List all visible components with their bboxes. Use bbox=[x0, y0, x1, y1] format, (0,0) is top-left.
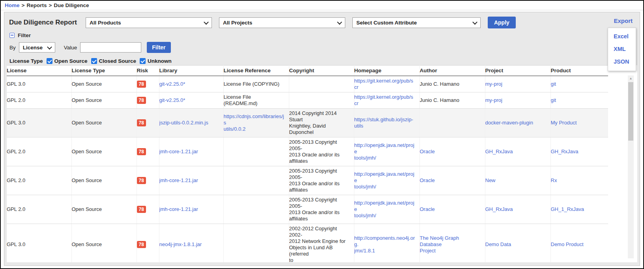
library-link[interactable]: git-v2.25.0* bbox=[159, 97, 185, 103]
library-link[interactable]: jmh-core-1.21.jar bbox=[159, 177, 198, 183]
breadcrumb-home-link[interactable]: Home bbox=[5, 2, 20, 8]
cell-license-type: Open Source bbox=[71, 109, 137, 137]
closed-source-checkbox[interactable] bbox=[91, 58, 97, 64]
cell-product: My Product bbox=[550, 109, 608, 137]
value-label: Value bbox=[64, 45, 77, 51]
export-link[interactable]: Export bbox=[614, 17, 633, 24]
cell-author: Oracle bbox=[419, 166, 485, 195]
library-link[interactable]: git-v2.25.0* bbox=[159, 81, 185, 87]
vertical-scrollbar[interactable]: ▲ bbox=[628, 75, 634, 258]
project-link[interactable]: Demo Data bbox=[485, 241, 511, 247]
cell-license-type: Open Source bbox=[71, 166, 137, 195]
library-link[interactable]: neo4j-jmx-1.8.1.jar bbox=[159, 241, 202, 247]
library-link[interactable]: jmh-core-1.21.jar bbox=[159, 206, 198, 212]
column-header-license: License bbox=[7, 66, 71, 76]
cell-license-reference: License File (README.md) bbox=[223, 92, 289, 109]
filter-by-select[interactable]: License bbox=[19, 42, 55, 53]
homepage-link[interactable]: http://openjdk.java.net/proje tools/jmh/ bbox=[354, 200, 415, 218]
filter-button[interactable]: Filter bbox=[147, 42, 170, 53]
filter-section-header: Filter bbox=[4, 32, 640, 38]
cell-copyright: 2005-2013 Copyright 2005- 2013 Oracle an… bbox=[289, 195, 354, 224]
page-title: Due Diligence Report bbox=[9, 19, 77, 26]
projects-select[interactable]: All Projects bbox=[219, 17, 345, 28]
export-menu-item-xml[interactable]: XML bbox=[608, 43, 636, 55]
author-link[interactable]: Oracle bbox=[420, 177, 435, 183]
filter-row: By License Value Filter bbox=[4, 38, 640, 55]
cell-license-reference bbox=[223, 166, 289, 195]
product-link[interactable]: Rx bbox=[551, 177, 557, 183]
author-link[interactable]: The Neo4j Graph Database Project bbox=[420, 235, 459, 254]
custom-attribute-select-value: Select Custom Attribute bbox=[356, 20, 417, 26]
cell-homepage: http://openjdk.java.net/proje tools/jmh/ bbox=[354, 195, 419, 224]
chevron-down-icon bbox=[47, 44, 52, 49]
homepage-link[interactable]: http://openjdk.java.net/proje tools/jmh/ bbox=[354, 142, 415, 161]
apply-button[interactable]: Apply bbox=[488, 17, 516, 28]
scrollbar-thumb[interactable] bbox=[628, 82, 633, 141]
open-source-checkbox[interactable] bbox=[47, 58, 52, 64]
license-reference-link[interactable]: https://cdnjs.com/libraries/js utils/0.0… bbox=[224, 113, 284, 132]
project-link[interactable]: New bbox=[485, 177, 496, 183]
homepage-link[interactable]: https://git.kernel.org/pub/scr bbox=[354, 94, 414, 106]
project-link[interactable]: my-proj bbox=[485, 97, 502, 103]
cell-license: GPL 2.0 bbox=[7, 137, 71, 166]
cell-author: Junio C. Hamano bbox=[419, 92, 485, 109]
homepage-link[interactable]: https://git.kernel.org/pub/scr bbox=[354, 78, 414, 90]
risk-badge: 78 bbox=[137, 119, 146, 126]
homepage-link[interactable]: https://stuk.github.io/jszip- utils bbox=[354, 117, 414, 129]
column-header-library: Library bbox=[159, 66, 223, 76]
product-link[interactable]: My Product bbox=[551, 120, 577, 126]
author-link[interactable]: Oracle bbox=[420, 206, 435, 212]
export-menu-item-excel[interactable]: Excel bbox=[608, 30, 636, 43]
products-select[interactable]: All Products bbox=[86, 17, 212, 28]
product-link[interactable]: Demo Product bbox=[551, 241, 584, 247]
risk-badge: 78 bbox=[137, 148, 146, 155]
project-link[interactable]: my-proj bbox=[485, 81, 502, 87]
unknown-checkbox[interactable] bbox=[140, 58, 146, 64]
chevron-down-icon bbox=[204, 19, 209, 24]
cell-homepage: http://openjdk.java.net/proje tools/jmh/ bbox=[354, 166, 419, 195]
library-link[interactable]: jmh-core-1.21.jar bbox=[159, 149, 198, 154]
export-menu: Excel XML JSON bbox=[608, 28, 636, 71]
collapse-icon[interactable] bbox=[9, 33, 15, 38]
cell-risk: 78 bbox=[137, 109, 159, 137]
homepage-link[interactable]: http://components.neo4j.org. jmx/1.8.1 bbox=[354, 235, 415, 254]
closed-source-checkbox-group[interactable]: Closed Source bbox=[91, 58, 137, 64]
cell-risk: 78 bbox=[137, 137, 159, 166]
export-menu-item-json[interactable]: JSON bbox=[608, 55, 636, 68]
open-source-checkbox-group[interactable]: Open Source bbox=[47, 58, 88, 64]
library-link[interactable]: jszip-utils-0.0.2.min.js bbox=[159, 120, 208, 126]
cell-license-type: Open Source bbox=[71, 137, 137, 166]
cell-license-reference bbox=[223, 195, 289, 224]
table-row: GPL 2.0Open Source78jmh-core-1.21.jar200… bbox=[7, 137, 608, 166]
custom-attribute-select[interactable]: Select Custom Attribute bbox=[352, 17, 481, 28]
project-link[interactable]: GH_RxJava bbox=[485, 149, 513, 154]
column-header-license-reference: License Reference bbox=[223, 66, 289, 76]
product-link[interactable]: GH_1_RxJava bbox=[551, 206, 584, 212]
cell-license: GPL 3.0 bbox=[7, 76, 71, 92]
product-link[interactable]: git bbox=[551, 81, 556, 87]
breadcrumb-due-diligence: Due Diligence bbox=[54, 2, 89, 8]
cell-product: Demo Product bbox=[550, 224, 608, 263]
unknown-checkbox-group[interactable]: Unknown bbox=[140, 58, 172, 64]
license-type-label: License Type bbox=[9, 58, 43, 64]
risk-badge: 78 bbox=[137, 97, 146, 104]
author-link[interactable]: Oracle bbox=[420, 149, 435, 154]
homepage-link[interactable]: http://openjdk.java.net/proje tools/jmh/ bbox=[354, 171, 415, 190]
cell-license-type: Open Source bbox=[71, 224, 137, 263]
breadcrumb-separator: > bbox=[49, 2, 52, 8]
risk-badge: 78 bbox=[137, 206, 146, 213]
filter-section-label: Filter bbox=[18, 32, 31, 38]
product-link[interactable]: git bbox=[551, 97, 556, 103]
cell-product: Rx bbox=[550, 166, 608, 195]
filter-value-input[interactable] bbox=[80, 42, 141, 53]
project-link[interactable]: GH_RxJava bbox=[485, 206, 513, 212]
table-row: GPL 2.0Open Source78jmh-core-1.21.jar200… bbox=[7, 195, 608, 224]
cell-project: GH_RxJava bbox=[485, 195, 550, 224]
product-link[interactable]: GH_RxJava bbox=[551, 149, 578, 154]
scrollbar-up-arrow-icon[interactable]: ▲ bbox=[628, 75, 634, 81]
breadcrumb: Home>Reports>Due Diligence bbox=[1, 1, 643, 10]
cell-project: docker-maven-plugin bbox=[485, 109, 550, 137]
column-header-product: Product bbox=[550, 66, 608, 76]
cell-library: jmh-core-1.21.jar bbox=[159, 195, 223, 224]
project-link[interactable]: docker-maven-plugin bbox=[485, 120, 533, 126]
